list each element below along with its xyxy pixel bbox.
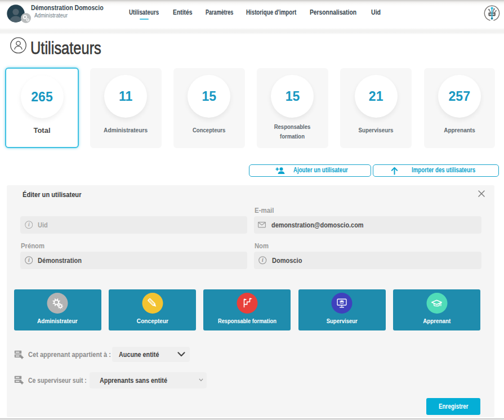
svg-text:i: i: [28, 257, 30, 263]
svg-text:i: i: [28, 221, 30, 227]
svg-text:i: i: [262, 257, 264, 263]
